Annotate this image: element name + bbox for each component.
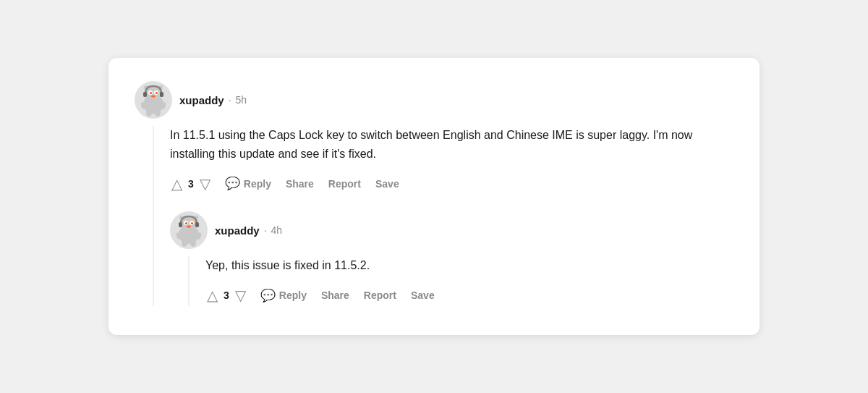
comment-dot: · xyxy=(229,94,231,106)
comment-username: xupaddy xyxy=(179,94,224,106)
comment-timestamp: 5h xyxy=(236,94,247,106)
nested-vote-group: △ 3 ▽ xyxy=(205,285,247,305)
nested-reply-button[interactable]: 💬 Reply xyxy=(259,285,308,306)
nested-dot: · xyxy=(264,224,267,236)
svg-rect-33 xyxy=(195,222,199,227)
nested-share-button[interactable]: Share xyxy=(320,287,351,304)
comment-header: xupaddy · 5h xyxy=(135,81,733,119)
downvote-button[interactable]: ▽ xyxy=(198,174,212,194)
nested-upvote-button[interactable]: △ xyxy=(205,285,219,305)
nested-comment-text: Yep, this issue is fixed in 11.5.2. xyxy=(205,256,733,275)
svg-point-10 xyxy=(151,96,156,98)
svg-rect-32 xyxy=(179,222,182,227)
comment-item: xupaddy · 5h In 11.5.1 using the Caps Lo… xyxy=(135,81,733,306)
share-button[interactable]: Share xyxy=(284,175,315,193)
svg-point-25 xyxy=(185,222,187,224)
nested-username: xupaddy xyxy=(215,224,260,237)
nested-comment-meta: xupaddy · 4h xyxy=(215,224,282,237)
reply-icon: 💬 xyxy=(225,176,240,191)
comments-card: xupaddy · 5h In 11.5.1 using the Caps Lo… xyxy=(109,58,760,335)
vote-group: △ 3 ▽ xyxy=(170,174,212,194)
nested-vote-count: 3 xyxy=(224,290,229,301)
comment-meta: xupaddy · 5h xyxy=(179,94,247,106)
nested-reply-icon: 💬 xyxy=(260,288,276,303)
vote-count: 3 xyxy=(188,178,194,190)
nested-save-button[interactable]: Save xyxy=(409,287,436,304)
svg-rect-15 xyxy=(143,92,147,97)
nested-comment-header: xupaddy · 4h xyxy=(170,211,733,249)
nested-content: Yep, this issue is fixed in 11.5.2. △ 3 … xyxy=(205,256,733,306)
comment-actions: △ 3 ▽ 💬 Reply Share Report xyxy=(170,173,733,194)
comment-content: In 11.5.1 using the Caps Lock key to swi… xyxy=(170,126,733,306)
nested-actions: △ 3 ▽ 💬 Reply Share xyxy=(205,285,733,306)
thread-line xyxy=(153,126,154,306)
nested-report-button[interactable]: Report xyxy=(362,287,398,304)
svg-point-27 xyxy=(187,226,191,228)
nested-comment: xupaddy · 4h Yep, this issue is fixed in… xyxy=(170,211,733,306)
svg-point-31 xyxy=(190,240,196,247)
nested-timestamp: 4h xyxy=(271,224,283,236)
comment-text: In 11.5.1 using the Caps Lock key to swi… xyxy=(170,126,733,163)
nested-avatar xyxy=(170,211,208,249)
svg-rect-16 xyxy=(160,92,163,97)
svg-point-30 xyxy=(182,240,187,247)
comment-body-area: In 11.5.1 using the Caps Lock key to swi… xyxy=(135,126,733,306)
save-button[interactable]: Save xyxy=(374,175,401,193)
nested-body-area: Yep, this issue is fixed in 11.5.2. △ 3 … xyxy=(170,256,733,306)
reply-button[interactable]: 💬 Reply xyxy=(224,173,273,194)
nested-downvote-button[interactable]: ▽ xyxy=(234,285,247,305)
upvote-button[interactable]: △ xyxy=(170,174,184,194)
svg-point-8 xyxy=(150,92,152,94)
svg-point-13 xyxy=(146,109,152,117)
svg-point-26 xyxy=(191,222,193,224)
svg-point-9 xyxy=(156,92,158,94)
svg-point-14 xyxy=(155,109,161,117)
nested-thread-line xyxy=(188,256,190,306)
report-button[interactable]: Report xyxy=(327,175,362,193)
avatar xyxy=(135,81,172,119)
